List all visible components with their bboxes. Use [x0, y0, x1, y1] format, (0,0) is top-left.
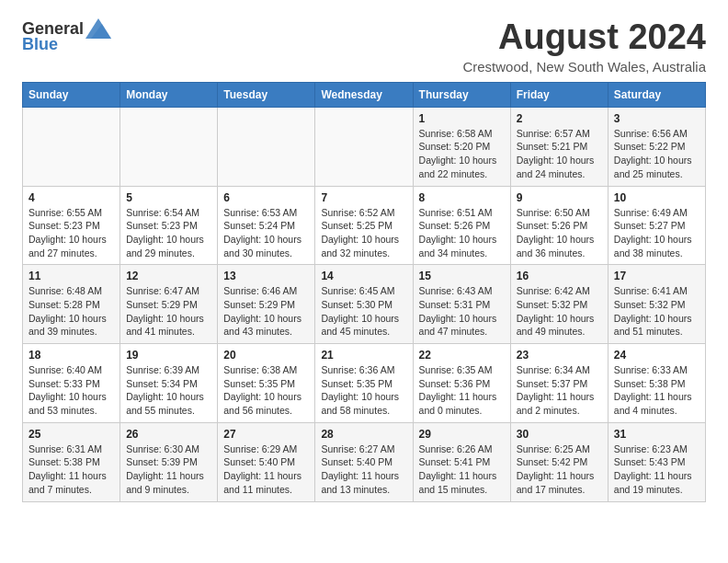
calendar-cell: 1Sunrise: 6:58 AM Sunset: 5:20 PM Daylig… — [413, 107, 510, 186]
calendar-day-header: Thursday — [413, 82, 510, 107]
calendar-cell: 28Sunrise: 6:27 AM Sunset: 5:40 PM Dayli… — [315, 422, 413, 501]
calendar: SundayMondayTuesdayWednesdayThursdayFrid… — [22, 82, 706, 502]
calendar-body: 1Sunrise: 6:58 AM Sunset: 5:20 PM Daylig… — [23, 107, 706, 501]
day-info: Sunrise: 6:53 AM Sunset: 5:24 PM Dayligh… — [223, 207, 301, 259]
day-info: Sunrise: 6:34 AM Sunset: 5:37 PM Dayligh… — [517, 364, 595, 416]
subtitle: Crestwood, New South Wales, Australia — [462, 59, 706, 75]
day-number: 13 — [223, 270, 309, 282]
calendar-week-row: 4Sunrise: 6:55 AM Sunset: 5:23 PM Daylig… — [23, 186, 706, 265]
day-info: Sunrise: 6:39 AM Sunset: 5:34 PM Dayligh… — [126, 364, 204, 416]
day-info: Sunrise: 6:51 AM Sunset: 5:26 PM Dayligh… — [419, 207, 497, 259]
day-info: Sunrise: 6:26 AM Sunset: 5:41 PM Dayligh… — [419, 443, 497, 495]
day-info: Sunrise: 6:42 AM Sunset: 5:32 PM Dayligh… — [517, 285, 595, 337]
calendar-header-row: SundayMondayTuesdayWednesdayThursdayFrid… — [23, 82, 706, 107]
day-number: 29 — [419, 428, 505, 441]
day-number: 15 — [419, 270, 505, 282]
day-number: 28 — [321, 428, 406, 441]
calendar-cell — [218, 107, 315, 186]
calendar-cell: 31Sunrise: 6:23 AM Sunset: 5:43 PM Dayli… — [608, 422, 705, 501]
calendar-cell: 21Sunrise: 6:36 AM Sunset: 5:35 PM Dayli… — [315, 344, 413, 423]
day-number: 4 — [28, 191, 114, 204]
day-info: Sunrise: 6:56 AM Sunset: 5:22 PM Dayligh… — [614, 128, 692, 179]
calendar-cell — [315, 107, 413, 186]
calendar-week-row: 25Sunrise: 6:31 AM Sunset: 5:38 PM Dayli… — [23, 422, 706, 501]
day-info: Sunrise: 6:48 AM Sunset: 5:28 PM Dayligh… — [28, 285, 107, 337]
day-number: 3 — [614, 112, 700, 125]
day-info: Sunrise: 6:25 AM Sunset: 5:42 PM Dayligh… — [517, 443, 595, 495]
calendar-cell: 24Sunrise: 6:33 AM Sunset: 5:38 PM Dayli… — [608, 344, 705, 423]
day-number: 8 — [419, 191, 505, 204]
calendar-cell: 29Sunrise: 6:26 AM Sunset: 5:41 PM Dayli… — [413, 422, 510, 501]
day-number: 26 — [126, 428, 211, 441]
day-info: Sunrise: 6:50 AM Sunset: 5:26 PM Dayligh… — [517, 207, 595, 259]
calendar-day-header: Wednesday — [315, 82, 413, 107]
calendar-day-header: Monday — [120, 82, 218, 107]
day-number: 25 — [28, 428, 114, 441]
day-info: Sunrise: 6:23 AM Sunset: 5:43 PM Dayligh… — [614, 443, 692, 495]
day-info: Sunrise: 6:45 AM Sunset: 5:30 PM Dayligh… — [321, 285, 399, 337]
calendar-cell: 13Sunrise: 6:46 AM Sunset: 5:29 PM Dayli… — [218, 265, 315, 344]
day-number: 27 — [223, 428, 309, 441]
day-info: Sunrise: 6:33 AM Sunset: 5:38 PM Dayligh… — [614, 364, 692, 416]
calendar-cell: 5Sunrise: 6:54 AM Sunset: 5:23 PM Daylig… — [120, 186, 218, 265]
day-info: Sunrise: 6:36 AM Sunset: 5:35 PM Dayligh… — [321, 364, 399, 416]
day-info: Sunrise: 6:38 AM Sunset: 5:35 PM Dayligh… — [223, 364, 301, 416]
day-number: 16 — [517, 270, 602, 282]
calendar-day-header: Saturday — [608, 82, 705, 107]
logo-icon — [85, 18, 111, 39]
logo: General Blue — [22, 18, 111, 54]
day-number: 12 — [126, 270, 211, 282]
day-number: 18 — [28, 349, 114, 362]
calendar-cell: 18Sunrise: 6:40 AM Sunset: 5:33 PM Dayli… — [23, 344, 120, 423]
day-info: Sunrise: 6:46 AM Sunset: 5:29 PM Dayligh… — [223, 285, 301, 337]
day-info: Sunrise: 6:27 AM Sunset: 5:40 PM Dayligh… — [321, 443, 399, 495]
day-info: Sunrise: 6:49 AM Sunset: 5:27 PM Dayligh… — [614, 207, 692, 259]
main-title: August 2024 — [462, 18, 706, 57]
day-number: 23 — [517, 349, 602, 362]
calendar-day-header: Tuesday — [218, 82, 315, 107]
title-area: August 2024 Crestwood, New South Wales, … — [462, 18, 706, 75]
logo-text-blue: Blue — [22, 35, 58, 54]
day-info: Sunrise: 6:54 AM Sunset: 5:23 PM Dayligh… — [126, 207, 204, 259]
calendar-cell: 11Sunrise: 6:48 AM Sunset: 5:28 PM Dayli… — [23, 265, 120, 344]
calendar-cell: 8Sunrise: 6:51 AM Sunset: 5:26 PM Daylig… — [413, 186, 510, 265]
calendar-cell: 22Sunrise: 6:35 AM Sunset: 5:36 PM Dayli… — [413, 344, 510, 423]
calendar-cell: 30Sunrise: 6:25 AM Sunset: 5:42 PM Dayli… — [510, 422, 608, 501]
calendar-cell — [23, 107, 120, 186]
day-info: Sunrise: 6:40 AM Sunset: 5:33 PM Dayligh… — [28, 364, 107, 416]
day-info: Sunrise: 6:55 AM Sunset: 5:23 PM Dayligh… — [28, 207, 107, 259]
day-info: Sunrise: 6:29 AM Sunset: 5:40 PM Dayligh… — [223, 443, 301, 495]
calendar-cell: 10Sunrise: 6:49 AM Sunset: 5:27 PM Dayli… — [608, 186, 705, 265]
calendar-cell: 15Sunrise: 6:43 AM Sunset: 5:31 PM Dayli… — [413, 265, 510, 344]
day-info: Sunrise: 6:47 AM Sunset: 5:29 PM Dayligh… — [126, 285, 204, 337]
day-info: Sunrise: 6:30 AM Sunset: 5:39 PM Dayligh… — [126, 443, 204, 495]
day-number: 30 — [517, 428, 602, 441]
calendar-cell: 4Sunrise: 6:55 AM Sunset: 5:23 PM Daylig… — [23, 186, 120, 265]
day-number: 2 — [517, 112, 602, 125]
calendar-cell: 20Sunrise: 6:38 AM Sunset: 5:35 PM Dayli… — [218, 344, 315, 423]
day-number: 24 — [614, 349, 700, 362]
calendar-cell — [120, 107, 218, 186]
calendar-week-row: 11Sunrise: 6:48 AM Sunset: 5:28 PM Dayli… — [23, 265, 706, 344]
calendar-day-header: Sunday — [23, 82, 120, 107]
day-number: 1 — [419, 112, 505, 125]
day-number: 22 — [419, 349, 505, 362]
day-number: 20 — [223, 349, 309, 362]
calendar-cell: 6Sunrise: 6:53 AM Sunset: 5:24 PM Daylig… — [218, 186, 315, 265]
day-number: 21 — [321, 349, 406, 362]
calendar-cell: 19Sunrise: 6:39 AM Sunset: 5:34 PM Dayli… — [120, 344, 218, 423]
day-number: 17 — [614, 270, 700, 282]
day-number: 9 — [517, 191, 602, 204]
day-number: 14 — [321, 270, 406, 282]
day-info: Sunrise: 6:52 AM Sunset: 5:25 PM Dayligh… — [321, 207, 399, 259]
calendar-cell: 9Sunrise: 6:50 AM Sunset: 5:26 PM Daylig… — [510, 186, 608, 265]
calendar-cell: 26Sunrise: 6:30 AM Sunset: 5:39 PM Dayli… — [120, 422, 218, 501]
day-info: Sunrise: 6:35 AM Sunset: 5:36 PM Dayligh… — [419, 364, 497, 416]
day-info: Sunrise: 6:58 AM Sunset: 5:20 PM Dayligh… — [419, 128, 497, 179]
calendar-cell: 23Sunrise: 6:34 AM Sunset: 5:37 PM Dayli… — [510, 344, 608, 423]
day-info: Sunrise: 6:43 AM Sunset: 5:31 PM Dayligh… — [419, 285, 497, 337]
calendar-week-row: 18Sunrise: 6:40 AM Sunset: 5:33 PM Dayli… — [23, 344, 706, 423]
day-number: 11 — [28, 270, 114, 282]
calendar-cell: 7Sunrise: 6:52 AM Sunset: 5:25 PM Daylig… — [315, 186, 413, 265]
day-number: 7 — [321, 191, 406, 204]
